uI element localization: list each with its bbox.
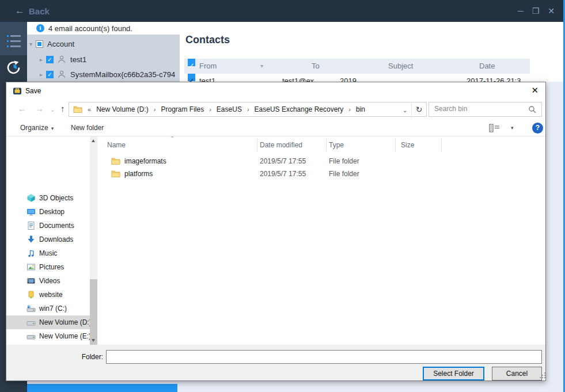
search-box	[429, 102, 542, 117]
sidebar-label: New Volume (E:)	[39, 332, 90, 340]
file-row-imageformats[interactable]: imageformats 2019/5/7 17:55 File folder	[97, 155, 545, 168]
test1-checkbox[interactable]	[46, 56, 54, 63]
tree-label: Account	[47, 40, 74, 48]
scroll-down-icon[interactable]	[90, 336, 97, 345]
info-icon: i	[36, 24, 44, 32]
sidebar-item-win7-c[interactable]: win7 (C:)	[6, 302, 90, 315]
breadcrumb-segment[interactable]: EaseUS Exchange Recovery	[255, 105, 344, 113]
sidebar-item-music[interactable]: Music	[6, 246, 90, 260]
sidebar-label: win7 (C:)	[39, 305, 67, 313]
select-all-checkbox[interactable]	[188, 59, 195, 66]
desktop-icon	[26, 207, 36, 216]
folder-name-input[interactable]	[106, 350, 542, 364]
sidebar-label: Pictures	[39, 263, 64, 271]
progress-bar-fill	[27, 384, 177, 392]
back-button[interactable]: ← Back	[15, 0, 50, 22]
dialog-close-icon[interactable]: ✕	[531, 85, 539, 96]
cancel-button[interactable]: Cancel	[492, 367, 542, 380]
nav-back-icon[interactable]: ←	[18, 104, 26, 113]
sidebar-item-downloads[interactable]: Downloads	[6, 233, 90, 246]
drive-icon	[26, 318, 36, 327]
search-input[interactable]	[429, 102, 524, 115]
column-name[interactable]: Name	[107, 138, 126, 153]
column-from[interactable]: From	[199, 59, 217, 74]
person-icon	[57, 55, 66, 64]
sidebar-item-videos[interactable]: Videos	[6, 274, 90, 288]
refresh-icon[interactable]: ↻	[411, 102, 427, 117]
search-icon[interactable]	[528, 105, 537, 114]
documents-icon	[26, 221, 36, 230]
recovery-icon[interactable]	[6, 60, 21, 75]
address-caret-icon[interactable]: ⌄	[403, 107, 407, 113]
column-subject[interactable]: Subject	[388, 59, 413, 74]
file-date: 2019/5/7 17:55	[260, 155, 306, 168]
sort-ascending-icon[interactable]: ⌃	[170, 135, 175, 142]
expand-icon[interactable]: ▸	[40, 56, 43, 63]
app-background	[546, 82, 563, 392]
breadcrumb-segment[interactable]: bin	[356, 105, 365, 113]
contacts-table-header: From ▾ To Subject Date	[184, 59, 530, 74]
info-text: 4 email account(s) found.	[48, 24, 132, 33]
file-name: platforms	[124, 168, 153, 180]
help-icon[interactable]: ?	[532, 123, 543, 134]
systemmailbox-checkbox[interactable]	[46, 71, 54, 78]
dialog-titlebar: Save ✕	[6, 82, 545, 100]
sidebar-item-new-volume-e[interactable]: New Volume (E:)	[6, 329, 90, 343]
sidebar-active-item[interactable]	[0, 22, 27, 55]
address-bar[interactable]: « New Volume (D:) › Program Files › Ease…	[69, 102, 422, 117]
sidebar-label: New Volume (D:)	[39, 318, 90, 326]
account-checkbox[interactable]	[36, 40, 43, 48]
column-size[interactable]: Size	[401, 138, 414, 153]
organize-button[interactable]: Organize▾	[20, 120, 54, 136]
row-checkbox[interactable]	[188, 74, 195, 81]
folder-icon	[111, 157, 120, 166]
tree-label: SystemMailbox{c66b2a35-c794	[70, 70, 175, 79]
sidebar-item-documents[interactable]: Documents	[6, 219, 90, 233]
sidebar-item-desktop[interactable]: Desktop	[6, 205, 90, 219]
scroll-up-icon[interactable]	[90, 136, 97, 145]
column-date[interactable]: Date	[479, 59, 495, 74]
sidebar-item-new-volume-d[interactable]: New Volume (D:)	[6, 315, 90, 329]
videos-icon	[26, 276, 36, 286]
breadcrumb-segment[interactable]: New Volume (D:)	[96, 105, 149, 113]
tree-row-test1[interactable]: ▸ test1	[40, 52, 86, 67]
maximize-icon[interactable]: ❒	[532, 7, 540, 15]
tree-row-systemmailbox[interactable]: ▸ SystemMailbox{c66b2a35-c794	[40, 67, 175, 82]
mail-list-icon[interactable]	[7, 35, 22, 51]
column-type[interactable]: Type	[329, 138, 344, 153]
breadcrumb-separator: ›	[348, 106, 351, 113]
file-list-header: ⌃ Name Date modified Type Size	[97, 138, 545, 153]
pictures-icon	[26, 262, 36, 272]
new-folder-button[interactable]: New folder	[71, 120, 104, 136]
select-folder-button[interactable]: Select Folder	[423, 367, 484, 380]
nav-history-caret-icon[interactable]: ⌄	[50, 106, 55, 113]
breadcrumb-segment[interactable]: Program Files	[161, 105, 204, 113]
sidebar-label: website	[39, 291, 63, 299]
tree-row-account[interactable]: ▾ Account	[29, 36, 74, 51]
save-dialog: Save ✕ ← → ⌄ ↑ « New Volume (D:) › Progr…	[6, 82, 546, 381]
breadcrumb-segment[interactable]: EaseUS	[217, 105, 242, 113]
column-date-modified[interactable]: Date modified	[260, 138, 302, 153]
sidebar-scrollbar[interactable]	[90, 136, 97, 345]
sidebar-item-pictures[interactable]: Pictures	[6, 260, 90, 274]
sidebar-label: Music	[39, 249, 57, 257]
view-caret-icon[interactable]: ▾	[511, 120, 514, 136]
sidebar-item-website[interactable]: website	[6, 288, 90, 302]
column-to[interactable]: To	[312, 59, 320, 74]
details-view-icon[interactable]	[489, 124, 500, 132]
breadcrumb-overflow-chevron[interactable]: «	[88, 106, 91, 113]
resize-grip[interactable]	[540, 372, 541, 374]
filter-caret-icon[interactable]: ▾	[260, 59, 263, 74]
nav-up-icon[interactable]: ↑	[60, 104, 65, 113]
nav-forward-icon[interactable]: →	[35, 104, 44, 113]
scrollbar-thumb[interactable]	[90, 279, 97, 345]
close-icon[interactable]: ✕	[548, 7, 555, 15]
window-controls: ─ ❒ ✕	[518, 0, 555, 22]
expand-icon[interactable]: ▸	[40, 71, 43, 78]
back-arrow-icon: ←	[15, 5, 25, 17]
sidebar-item-3d-objects[interactable]: 3D Objects	[6, 191, 90, 205]
collapse-icon[interactable]: ▾	[29, 41, 32, 47]
file-name: imageformats	[124, 155, 166, 168]
file-row-platforms[interactable]: platforms 2019/5/7 17:55 File folder	[97, 168, 545, 180]
minimize-icon[interactable]: ─	[518, 7, 524, 15]
